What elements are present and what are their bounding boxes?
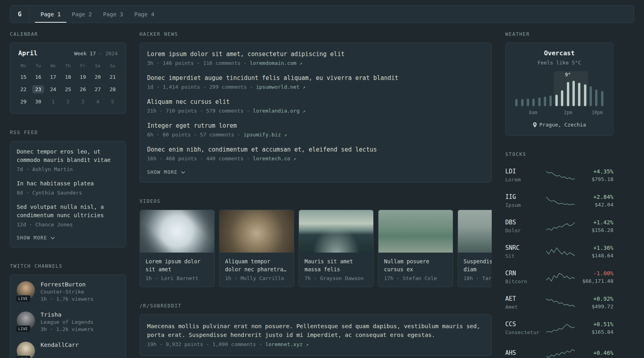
- video-thumbnail-sea-wake[interactable]: [299, 210, 373, 253]
- video-thumbnail-sky-cross[interactable]: [140, 210, 214, 253]
- weather-hour-bar: [590, 86, 592, 106]
- calendar-date[interactable]: 5: [105, 95, 120, 108]
- hackernews-story-domain-link[interactable]: loremtech.co: [253, 156, 290, 161]
- hackernews-story-domain-link[interactable]: loremlandia.org: [253, 108, 299, 114]
- video-title[interactable]: Lorem ipsum dolor sit amet consectetu…: [145, 257, 209, 273]
- hackernews-show-more-label: SHOW MORE: [147, 169, 178, 175]
- video-card[interactable]: Aliquam tempor dolor nec pharetra…1h · M…: [219, 210, 294, 287]
- twitch-channel-name[interactable]: Trisha: [41, 311, 93, 318]
- rss-item-title[interactable]: Sed volutpat nulla nisl, a condimentum n…: [17, 203, 119, 220]
- weather-location-label: Prague, Czechia: [539, 122, 586, 128]
- rss-section: RSS FEED Donec tempor eros leo, ut commo…: [10, 130, 126, 247]
- calendar-date[interactable]: 4: [90, 95, 105, 108]
- tab-page-4[interactable]: Page 4: [129, 6, 160, 23]
- hackernews-story: Donec enim nibh, condimentum et accumsan…: [147, 146, 484, 163]
- twitch-channel-row[interactable]: LIVEForrestBurtonCounter-Strike1h · 1.7k…: [17, 281, 119, 302]
- video-card[interactable]: Suspendisse potenti diam18h · Tara: [458, 210, 492, 287]
- calendar-date[interactable]: 1: [46, 95, 60, 108]
- calendar-date[interactable]: 21: [105, 71, 120, 83]
- video-title[interactable]: Suspendisse potenti diam: [464, 257, 492, 273]
- rss-show-more-button[interactable]: SHOW MORE: [17, 235, 119, 241]
- calendar-date[interactable]: 24: [46, 83, 60, 95]
- calendar-separator: ·: [99, 51, 102, 56]
- calendar-date[interactable]: 17: [46, 71, 60, 83]
- calendar-date[interactable]: 15: [16, 71, 31, 83]
- calendar-date[interactable]: 3: [76, 95, 90, 108]
- hackernews-story: Lorem ipsum dolor sit amet, consectetur …: [147, 50, 484, 67]
- calendar-date[interactable]: 19: [76, 71, 90, 83]
- calendar-date[interactable]: 18: [60, 71, 75, 83]
- twitch-channel-game: League of Legends: [41, 319, 93, 325]
- hackernews-story-title[interactable]: Donec enim nibh, condimentum et accumsan…: [147, 146, 484, 154]
- twitch-channel-name[interactable]: ForrestBurton: [41, 281, 93, 288]
- stock-row[interactable]: LDILorem+4.35%$795.18: [505, 163, 613, 188]
- calendar-date[interactable]: 22: [16, 83, 31, 95]
- subreddit-post-title[interactable]: Maecenas mollis pulvinar erat non posuer…: [147, 322, 484, 339]
- video-thumbnail-fog[interactable]: [458, 210, 492, 253]
- weather-peak-temp: 9°: [565, 72, 570, 78]
- stock-row[interactable]: CRNBitcorn-1.00%$66,171.48: [505, 265, 613, 290]
- calendar-date[interactable]: 16: [31, 71, 45, 83]
- tab-page-1[interactable]: Page 1: [35, 6, 66, 23]
- hackernews-story-title[interactable]: Aliquam nec cursus elit: [147, 98, 484, 106]
- calendar-date[interactable]: 20: [90, 71, 105, 83]
- video-title[interactable]: Mauris sit amet massa felis: [305, 257, 368, 273]
- hackernews-story-domain-link[interactable]: ipsumworld.net: [256, 84, 300, 90]
- stock-row[interactable]: SNRCSit+1.36%$148.64: [505, 239, 613, 265]
- hackernews-story-domain-link[interactable]: ipsumify.biz: [244, 132, 281, 138]
- tab-page-3[interactable]: Page 3: [97, 6, 129, 23]
- calendar-dates-grid: 1516171819202122232425262728293012345: [16, 71, 120, 108]
- video-meta: 1h · Lori Barnett: [145, 275, 209, 281]
- video-thumbnail-camera-hands[interactable]: [219, 210, 294, 253]
- hackernews-story-title[interactable]: Donec imperdiet augue tincidunt felis al…: [147, 74, 484, 82]
- video-thumbnail-canoe[interactable]: [378, 210, 453, 253]
- section-title-stocks: STOCKS: [505, 152, 613, 157]
- stock-row[interactable]: IIGIpsum+2.84%$42.04: [505, 188, 613, 214]
- calendar-date[interactable]: 28: [105, 83, 120, 95]
- weather-hour-bar: [595, 90, 597, 106]
- stock-row[interactable]: DBSDolor+1.42%$156.28: [505, 214, 613, 239]
- calendar-day-header: Th: [60, 57, 75, 71]
- calendar-date[interactable]: 25: [60, 83, 75, 95]
- stock-price: $42.04: [578, 202, 613, 208]
- video-title[interactable]: Nullam posuere cursus ex: [384, 257, 447, 273]
- calendar-date[interactable]: 2: [60, 95, 75, 108]
- left-column: CALENDAR April Week 17 · 2024 MoTuWeThFr…: [10, 31, 126, 358]
- stock-values: +4.35%$795.18: [578, 168, 613, 182]
- video-title[interactable]: Aliquam tempor dolor nec pharetra…: [225, 257, 288, 273]
- hackernews-story-title[interactable]: Integer eget rutrum lorem: [147, 122, 484, 130]
- stock-name: Sit: [505, 253, 543, 259]
- stock-row[interactable]: CCSConsectetur+0.51%$165.84: [505, 315, 613, 341]
- rss-item-title[interactable]: In hac habitasse platea: [17, 179, 119, 188]
- hackernews-story-domain-link[interactable]: loremdomain.com: [250, 60, 296, 66]
- weather-bars: [514, 81, 605, 106]
- weather-hour-bar: [521, 99, 524, 106]
- stock-sparkline: [543, 221, 578, 232]
- twitch-channel-row[interactable]: LIVETrishaLeague of Legends3h · 1.2k vie…: [17, 311, 119, 332]
- video-card[interactable]: Nullam posuere cursus ex17h · Stefan Col…: [378, 210, 453, 287]
- stock-change: +0.92%: [578, 296, 613, 302]
- stock-symbol: SNRC: [505, 244, 543, 251]
- rss-item-title[interactable]: Donec tempor eros leo, ut commodo mauris…: [17, 148, 119, 164]
- twitch-channel-name[interactable]: KendallCarr: [41, 342, 79, 348]
- weather-hour-bar: [567, 82, 569, 106]
- video-card[interactable]: Mauris sit amet massa felis7h · Grayson …: [299, 210, 374, 287]
- calendar-date[interactable]: 27: [90, 83, 105, 95]
- stock-price: $66,171.48: [578, 278, 613, 284]
- hackernews-story-title[interactable]: Lorem ipsum dolor sit amet, consectetur …: [147, 50, 484, 58]
- twitch-channel-row[interactable]: LIVEKendallCarr: [17, 342, 119, 358]
- video-card[interactable]: Lorem ipsum dolor sit amet consectetu…1h…: [140, 210, 215, 287]
- calendar-date[interactable]: 29: [16, 95, 31, 108]
- stock-row[interactable]: AHS+0.46%: [505, 341, 613, 358]
- videos-row: Lorem ipsum dolor sit amet consectetu…1h…: [140, 210, 492, 287]
- calendar-date[interactable]: 26: [76, 83, 90, 95]
- stock-row[interactable]: AETAmet+0.92%$499.72: [505, 290, 613, 315]
- stock-values: -1.00%$66,171.48: [578, 270, 613, 284]
- calendar-day-headers: MoTuWeThFrSaSu: [16, 57, 120, 71]
- hackernews-show-more-button[interactable]: SHOW MORE: [147, 169, 484, 175]
- stock-change: +4.35%: [578, 168, 613, 175]
- calendar-date[interactable]: 30: [31, 95, 45, 108]
- calendar-date[interactable]: 23: [31, 83, 45, 95]
- subreddit-post-domain-link[interactable]: loremnet.xyz: [265, 341, 303, 347]
- tab-page-2[interactable]: Page 2: [66, 6, 98, 23]
